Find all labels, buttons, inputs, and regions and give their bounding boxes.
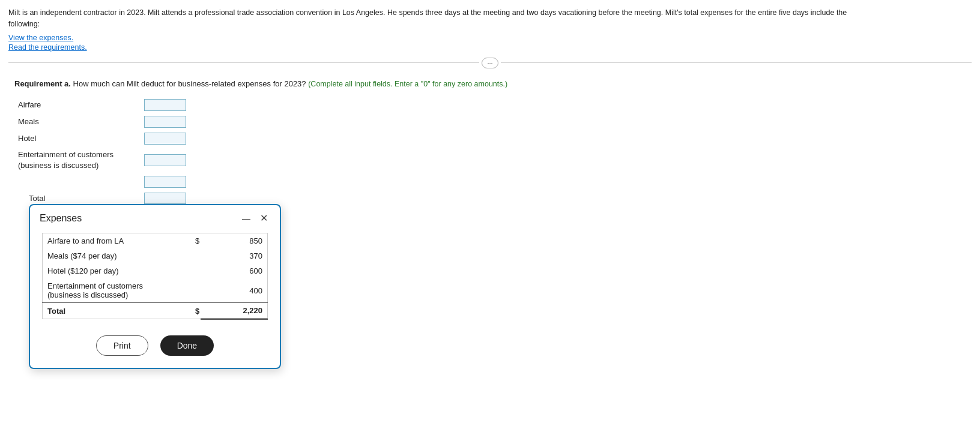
form-row-entertainment-1: Entertainment of customers(business is d… xyxy=(14,147,190,173)
view-expenses-link[interactable]: View the expenses. xyxy=(8,34,972,42)
table-row-airfare: Airfare to and from LA $ 850 xyxy=(43,233,268,249)
total-dollar: $ xyxy=(189,303,201,319)
modal-title: Expenses xyxy=(40,213,82,224)
requirement-instruction: (Complete all input fields. Enter a "0" … xyxy=(308,80,507,88)
read-requirements-link[interactable]: Read the requirements. xyxy=(8,43,972,52)
entertainment-dollar xyxy=(189,278,201,303)
entertainment-desc: Entertainment of customers(business is d… xyxy=(43,278,189,303)
divider-section: ··· xyxy=(8,58,972,68)
meals-amount: 370 xyxy=(201,248,267,263)
divider-line-right xyxy=(501,62,972,63)
hotel-amount: 600 xyxy=(201,263,267,278)
airfare-label: Airfare xyxy=(14,97,141,113)
airfare-input[interactable] xyxy=(144,99,186,111)
airfare-desc: Airfare to and from LA xyxy=(43,233,189,249)
meals-label: Meals xyxy=(14,113,141,130)
expenses-modal: Expenses — ✕ Airfare to and from LA $ 85… xyxy=(29,204,281,369)
intro-paragraph: Milt is an independent contractor in 202… xyxy=(8,7,849,30)
modal-close-button[interactable]: ✕ xyxy=(258,212,270,224)
requirement-label: Requirement a. How much can Milt deduct … xyxy=(14,79,966,88)
entertainment-input-1[interactable] xyxy=(144,154,186,166)
done-button[interactable]: Done xyxy=(160,335,214,356)
entertainment-amount: 400 xyxy=(201,278,267,303)
hotel-desc: Hotel ($120 per day) xyxy=(43,263,189,278)
table-row-meals: Meals ($74 per day) 370 xyxy=(43,248,268,263)
table-row-entertainment: Entertainment of customers(business is d… xyxy=(43,278,268,303)
total-desc: Total xyxy=(43,303,189,319)
print-button[interactable]: Print xyxy=(96,335,148,356)
entertainment-label-2 xyxy=(14,173,141,190)
divider-dots: ··· xyxy=(482,58,498,68)
expenses-table: Airfare to and from LA $ 850 Meals ($74 … xyxy=(42,233,268,320)
requirement-section: Requirement a. How much can Milt deduct … xyxy=(8,79,972,207)
modal-footer: Print Done xyxy=(30,329,280,368)
table-row-hotel: Hotel ($120 per day) 600 xyxy=(43,263,268,278)
meals-desc: Meals ($74 per day) xyxy=(43,248,189,263)
requirement-label-bold: Requirement a. xyxy=(14,79,71,88)
form-table: Airfare Meals Hotel Entertainment of cus… xyxy=(14,97,190,207)
hotel-input[interactable] xyxy=(144,133,186,145)
form-row-airfare: Airfare xyxy=(14,97,190,113)
airfare-amount: 850 xyxy=(201,233,267,249)
main-content: Milt is an independent contractor in 202… xyxy=(0,0,980,214)
airfare-dollar: $ xyxy=(189,233,201,249)
meals-input[interactable] xyxy=(144,116,186,128)
divider-line-left xyxy=(8,62,479,63)
total-input[interactable] xyxy=(144,193,186,205)
meals-dollar xyxy=(189,248,201,263)
requirement-question: How much can Milt deduct for business-re… xyxy=(71,79,306,88)
modal-titlebar: Expenses — ✕ xyxy=(30,205,280,228)
entertainment-input-2[interactable] xyxy=(144,176,186,188)
form-row-meals: Meals xyxy=(14,113,190,130)
total-amount: 2,220 xyxy=(201,303,267,319)
hotel-dollar xyxy=(189,263,201,278)
modal-minimize-button[interactable]: — xyxy=(240,213,253,224)
hotel-label: Hotel xyxy=(14,130,141,147)
modal-body: Airfare to and from LA $ 850 Meals ($74 … xyxy=(30,228,280,329)
table-row-total: Total $ 2,220 xyxy=(43,303,268,319)
form-row-entertainment-2 xyxy=(14,173,190,190)
entertainment-label: Entertainment of customers(business is d… xyxy=(14,147,141,173)
modal-controls: — ✕ xyxy=(240,212,270,224)
form-row-hotel: Hotel xyxy=(14,130,190,147)
